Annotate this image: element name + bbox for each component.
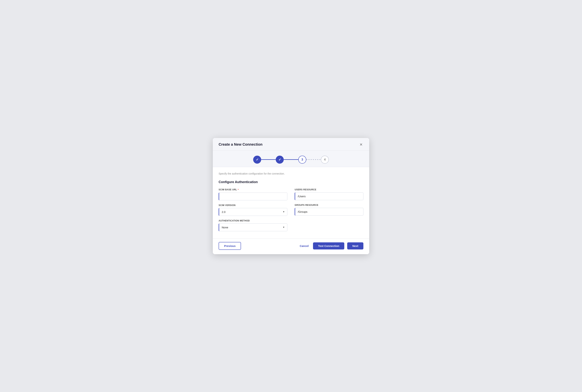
step-3: 3 [298, 156, 306, 164]
users-resource-label: Users Resource [295, 188, 364, 191]
test-connection-button[interactable]: Test Connection [313, 242, 344, 250]
subtitle: Specify the authentication configuration… [218, 172, 364, 175]
auth-method-select[interactable]: None Bearer Token Basic Auth OAuth2 [218, 224, 287, 231]
scim-version-label: SCIM Version [218, 204, 287, 206]
groups-resource-label: Groups Resource [295, 204, 364, 206]
users-resource-group: Users Resource [295, 188, 364, 200]
auth-method-select-wrapper: None Bearer Token Basic Auth OAuth2 ▼ [218, 224, 287, 231]
left-column: SCIM BASE URL * SCIM Version 2.0 1.1 ▼ [218, 188, 287, 235]
step-line-2-3 [284, 159, 298, 160]
stepper: ✓ ✓ 3 4 [253, 156, 329, 164]
step-3-label: 3 [301, 158, 303, 162]
dialog: Create a New Connection ✕ ✓ ✓ 3 4 [213, 138, 369, 254]
scim-version-select[interactable]: 2.0 1.1 [218, 208, 287, 216]
scim-base-url-input[interactable] [218, 192, 287, 200]
dialog-body: Specify the authentication configuration… [213, 167, 369, 238]
groups-resource-group: Groups Resource [295, 204, 364, 216]
previous-button[interactable]: Previous [218, 242, 241, 250]
cancel-button[interactable]: Cancel [298, 242, 310, 250]
step-2: ✓ [276, 156, 284, 164]
close-icon: ✕ [360, 143, 363, 146]
scim-version-group: SCIM Version 2.0 1.1 ▼ [218, 204, 287, 216]
step-line-1-2 [261, 159, 276, 160]
step-2-check: ✓ [278, 158, 281, 162]
step-4-label: 4 [324, 158, 326, 162]
section-title: Configure Authentication [218, 180, 364, 184]
scim-base-url-label: SCIM BASE URL * [218, 188, 287, 191]
groups-resource-input[interactable] [295, 208, 364, 216]
right-column: Users Resource Groups Resource [295, 188, 364, 235]
footer-right: Cancel Test Connection Next [298, 242, 364, 250]
next-button[interactable]: Next [347, 242, 364, 250]
step-line-3-4 [306, 159, 321, 160]
step-4: 4 [321, 156, 329, 164]
dialog-title: Create a New Connection [218, 142, 262, 146]
auth-method-label: Authentication Method [218, 220, 287, 222]
scim-version-select-wrapper: 2.0 1.1 ▼ [218, 208, 287, 216]
close-button[interactable]: ✕ [359, 142, 364, 147]
scim-base-url-group: SCIM BASE URL * [218, 188, 287, 200]
dialog-header: Create a New Connection ✕ [213, 138, 369, 150]
auth-method-group: Authentication Method None Bearer Token … [218, 220, 287, 231]
required-indicator: * [238, 188, 239, 191]
users-resource-input[interactable] [295, 192, 364, 200]
dialog-footer: Previous Cancel Test Connection Next [213, 238, 369, 254]
step-1-check: ✓ [256, 158, 259, 162]
form-grid: SCIM BASE URL * SCIM Version 2.0 1.1 ▼ [218, 188, 364, 235]
step-1: ✓ [253, 156, 261, 164]
stepper-section: ✓ ✓ 3 4 [213, 150, 369, 167]
